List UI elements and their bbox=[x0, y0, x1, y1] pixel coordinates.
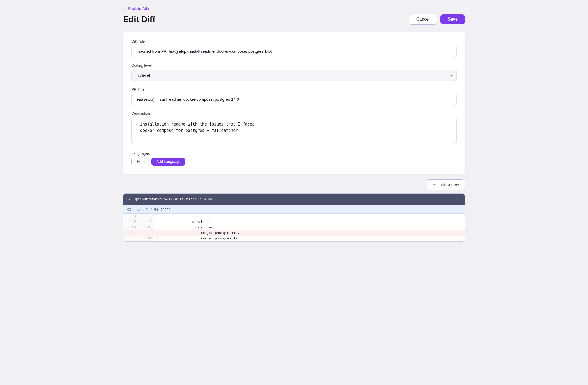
diff-table: 8 8 9 9 services: 10 bbox=[123, 214, 465, 241]
edit-source-label: Edit Source bbox=[438, 182, 459, 187]
table-row: 8 8 bbox=[123, 214, 465, 219]
pr-title-input[interactable] bbox=[131, 94, 457, 105]
header-actions: Cancel Save bbox=[409, 14, 465, 25]
table-row: 11 + image: postgres:12 bbox=[123, 236, 465, 241]
old-line-num: 10 bbox=[123, 225, 139, 230]
coding-level-select-wrapper: beginner midlevel senior ▼ bbox=[131, 70, 457, 81]
back-to-diffs-link[interactable]: ← Back to Diffs bbox=[123, 6, 150, 11]
description-textarea[interactable]: - installation readme with the issues th… bbox=[131, 118, 457, 144]
edit-diff-form: Diff Title Coding level beginner midleve… bbox=[123, 32, 465, 174]
line-code: services: bbox=[160, 219, 465, 225]
coding-level-label: Coding level bbox=[131, 63, 457, 68]
line-sign bbox=[155, 219, 160, 225]
table-row: 11 − image: postgres:10.8 bbox=[123, 230, 465, 236]
languages-row: YML x Add Language bbox=[131, 158, 457, 166]
save-button[interactable]: Save bbox=[440, 14, 465, 24]
pr-title-group: PR Title bbox=[131, 87, 457, 105]
diff-title-group: Diff Title bbox=[131, 39, 457, 57]
page-header: Edit Diff Cancel Save bbox=[123, 14, 465, 25]
old-line-num: 8 bbox=[123, 214, 139, 219]
cancel-button[interactable]: Cancel bbox=[409, 14, 437, 25]
new-line-num: 8 bbox=[139, 214, 155, 219]
coding-level-group: Coding level beginner midlevel senior ▼ bbox=[131, 63, 457, 81]
new-line-num bbox=[139, 230, 155, 236]
diff-file-header: ▼ .github/workflows/rails-rspec-run.yml bbox=[123, 194, 465, 205]
language-tag-name: YML bbox=[135, 160, 143, 164]
collapse-icon[interactable]: ▼ bbox=[129, 198, 131, 201]
old-line-num: 11 bbox=[123, 230, 139, 236]
diff-section: ✏ Edit Source ▼ .github/workflows/rails-… bbox=[123, 179, 465, 242]
edit-source-bar: ✏ Edit Source bbox=[123, 179, 465, 190]
back-link-label: ← Back to Diffs bbox=[123, 6, 150, 11]
description-label: Description bbox=[131, 111, 457, 116]
line-code: postgres: bbox=[160, 225, 465, 230]
edit-source-button[interactable]: ✏ Edit Source bbox=[427, 179, 465, 190]
table-row: 9 9 services: bbox=[123, 219, 465, 225]
coding-level-select[interactable]: beginner midlevel senior bbox=[131, 70, 457, 81]
line-sign: + bbox=[155, 236, 160, 241]
line-sign bbox=[155, 214, 160, 219]
old-line-num: 9 bbox=[123, 219, 139, 225]
old-line-num bbox=[123, 236, 139, 241]
table-row: 10 10 postgres: bbox=[123, 225, 465, 230]
diff-container: ▼ .github/workflows/rails-rspec-run.yml … bbox=[123, 193, 465, 242]
diff-filename: .github/workflows/rails-rspec-run.yml bbox=[133, 197, 215, 201]
diff-hunk-header: @@ -8,7 +8,7 @@ jobs: bbox=[123, 205, 465, 214]
pencil-icon: ✏ bbox=[433, 182, 436, 187]
languages-label: Languages bbox=[131, 151, 457, 156]
new-line-num: 10 bbox=[139, 225, 155, 230]
languages-group: Languages YML x Add Language bbox=[131, 151, 457, 166]
line-code bbox=[160, 214, 465, 219]
new-line-num: 9 bbox=[139, 219, 155, 225]
diff-title-input[interactable] bbox=[131, 46, 457, 57]
diff-title-label: Diff Title bbox=[131, 39, 457, 44]
line-sign bbox=[155, 225, 160, 230]
new-line-num: 11 bbox=[139, 236, 155, 241]
remove-language-yml[interactable]: x bbox=[144, 160, 146, 164]
line-code: image: postgres:12 bbox=[160, 236, 465, 241]
line-sign: − bbox=[155, 230, 160, 236]
add-language-button[interactable]: Add Language bbox=[151, 158, 185, 166]
description-group: Description - installation readme with t… bbox=[131, 111, 457, 145]
line-code: image: postgres:10.8 bbox=[160, 230, 465, 236]
pr-title-label: PR Title bbox=[131, 87, 457, 92]
page-title: Edit Diff bbox=[123, 15, 155, 24]
language-tag-yml: YML x bbox=[131, 158, 149, 165]
